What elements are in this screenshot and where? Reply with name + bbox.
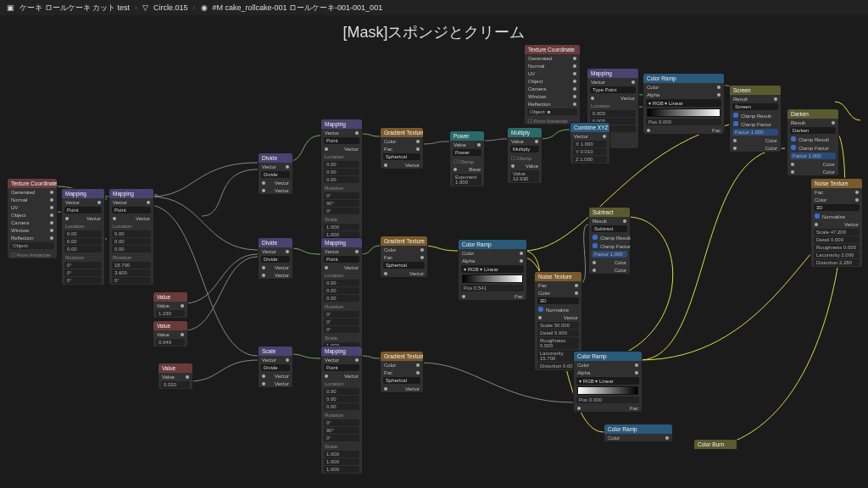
socket[interactable]: Result — [589, 217, 630, 225]
crumb-object[interactable]: Circle.015 — [153, 3, 188, 12]
socket[interactable]: Alpha — [574, 369, 642, 376]
num-field[interactable]: 0° — [64, 262, 102, 269]
num-field[interactable]: 0.000 — [590, 110, 636, 117]
socket[interactable]: Color — [643, 83, 724, 91]
socket[interactable]: Reflection — [8, 234, 57, 241]
socket[interactable]: Vector — [321, 372, 362, 380]
node-header[interactable]: Value — [153, 292, 187, 302]
gradient-bar[interactable] — [577, 386, 638, 395]
node-divide[interactable]: Divide Vector Divide Vector Vector — [258, 152, 293, 195]
node-header[interactable]: Mapping — [587, 69, 638, 78]
socket[interactable]: Vector — [321, 356, 362, 363]
factor-field[interactable]: Factor 1.000 — [592, 251, 627, 258]
node-header[interactable]: Value — [159, 363, 192, 373]
num-field[interactable]: Distortion 2.280 — [814, 259, 860, 266]
socket[interactable]: Vector — [259, 372, 292, 380]
socket[interactable]: Fac — [535, 281, 581, 289]
socket[interactable]: Fac — [381, 369, 423, 376]
socket[interactable]: Color — [381, 246, 427, 253]
clamp[interactable]: ☐ Clamp — [508, 153, 542, 162]
num-field[interactable]: 1.000 — [324, 458, 359, 465]
node-value[interactable]: Value Value 0.020 — [158, 363, 193, 390]
socket[interactable]: Alpha — [643, 91, 724, 98]
socket[interactable]: Value — [450, 141, 484, 148]
type-drop[interactable]: Point — [324, 256, 359, 263]
socket[interactable]: Fac — [381, 253, 427, 261]
num-field[interactable]: Y 0.010 — [573, 148, 607, 155]
num-field[interactable]: 0° — [324, 192, 359, 199]
clamp-result[interactable]: Clamp Result — [787, 135, 838, 143]
socket[interactable]: Vector — [321, 129, 362, 136]
socket[interactable]: Color — [589, 266, 630, 274]
node-screen[interactable]: Screen Result Screen Clamp Result Clamp … — [729, 85, 782, 152]
socket[interactable]: Vector — [811, 220, 862, 228]
node-header[interactable]: Noise Texture — [811, 179, 862, 188]
socket[interactable]: UV — [8, 203, 57, 211]
node-header[interactable]: Mapping — [62, 189, 104, 198]
num-field[interactable]: 18.700 — [112, 262, 151, 269]
node-texcoord[interactable]: Texture Coordinate Generated Normal UV O… — [524, 44, 581, 125]
socket[interactable]: Color — [574, 361, 642, 369]
socket[interactable]: Fac — [459, 292, 526, 300]
socket[interactable]: Vector — [321, 263, 362, 271]
socket[interactable]: Vector — [259, 356, 292, 363]
socket[interactable]: Camera — [8, 219, 57, 226]
num-field[interactable]: 0.00 — [64, 230, 102, 237]
op-drop[interactable]: Multiply — [510, 146, 539, 152]
node-header[interactable]: Texture Coordinate — [525, 45, 580, 54]
node-gradient[interactable]: Gradient Texture Color Fac Spherical Vec… — [380, 127, 424, 169]
interp-drop[interactable]: ▾ RGB ▾ Linear — [646, 99, 721, 107]
socket[interactable]: Object — [525, 77, 580, 85]
clamp-result[interactable]: Clamp Result — [589, 233, 630, 241]
num-field[interactable]: 0° — [64, 269, 102, 276]
node-colorramp[interactable]: Color Ramp Color Alpha ▾ RGB ▾ Linear Po… — [643, 73, 725, 135]
type-drop[interactable]: Point — [324, 364, 359, 371]
node-header[interactable]: Screen — [730, 86, 781, 95]
node-darken[interactable]: Darken Result Darken Clamp Result Clamp … — [787, 108, 839, 176]
blend-drop[interactable]: Darken — [790, 127, 836, 134]
num-field[interactable]: 0.00 — [324, 280, 359, 286]
socket[interactable]: Vector — [381, 385, 423, 392]
node-header[interactable]: Mapping — [109, 189, 153, 198]
num-field[interactable]: Detail 5.000 — [537, 330, 579, 336]
node-header[interactable]: Subtract — [589, 208, 630, 217]
num-field[interactable]: 0.00 — [64, 238, 102, 245]
type-drop[interactable]: Type Point — [590, 86, 636, 93]
num-field[interactable]: 0.00 — [324, 403, 359, 410]
socket[interactable]: Color — [787, 168, 838, 175]
node-header[interactable]: Power — [450, 131, 484, 141]
crumb-scene[interactable]: ケーキ ロールケーキ カット test — [19, 3, 130, 14]
socket[interactable]: Fac — [643, 126, 724, 134]
node-mapping[interactable]: Mapping Vector Point Vector Location 0.0… — [61, 188, 105, 286]
factor-field[interactable]: Factor 1.000 — [790, 152, 836, 159]
interp-drop[interactable]: ▾ RGB ▾ Linear — [461, 265, 524, 273]
socket[interactable]: Fac — [381, 145, 423, 152]
num-field[interactable]: 0.00 — [324, 169, 359, 175]
socket[interactable]: Vector — [570, 132, 609, 140]
socket[interactable]: Value — [508, 162, 542, 169]
socket[interactable]: Vector — [109, 214, 153, 222]
num-field[interactable]: Exponent 1.000 — [453, 174, 481, 186]
socket[interactable]: Value — [159, 373, 192, 380]
socket[interactable]: Camera — [525, 85, 580, 92]
node-header[interactable]: Color Ramp — [574, 352, 642, 361]
num-field[interactable]: Scale 47.200 — [814, 229, 860, 236]
socket[interactable]: Color — [589, 258, 630, 266]
node-header[interactable]: Scale — [259, 347, 292, 356]
normalize[interactable]: Normalize — [535, 305, 581, 313]
socket[interactable]: Window — [8, 226, 57, 234]
node-colorramp[interactable]: Color Ramp Color — [604, 424, 673, 442]
node-header[interactable]: Gradient Texture — [381, 236, 427, 246]
clamp-result[interactable]: Clamp Result — [730, 111, 781, 119]
node-subtract[interactable]: Subtract Result Subtract Clamp Result Cl… — [588, 207, 631, 274]
node-header[interactable]: Combine XYZ — [570, 123, 609, 132]
node-colorramp[interactable]: Color Ramp Color Alpha ▾ RGB ▾ Linear Po… — [458, 239, 527, 301]
socket[interactable]: UV — [525, 69, 580, 77]
gradient-bar[interactable] — [647, 108, 721, 117]
node-header[interactable]: Mapping — [321, 119, 362, 129]
clamp-factor[interactable]: Clamp Factor — [589, 241, 630, 250]
node-header[interactable]: Color Ramp — [643, 74, 724, 83]
num-field[interactable]: 0.00 — [112, 230, 151, 237]
socket[interactable]: Fac — [811, 188, 862, 196]
op-drop[interactable]: Power — [453, 149, 481, 156]
